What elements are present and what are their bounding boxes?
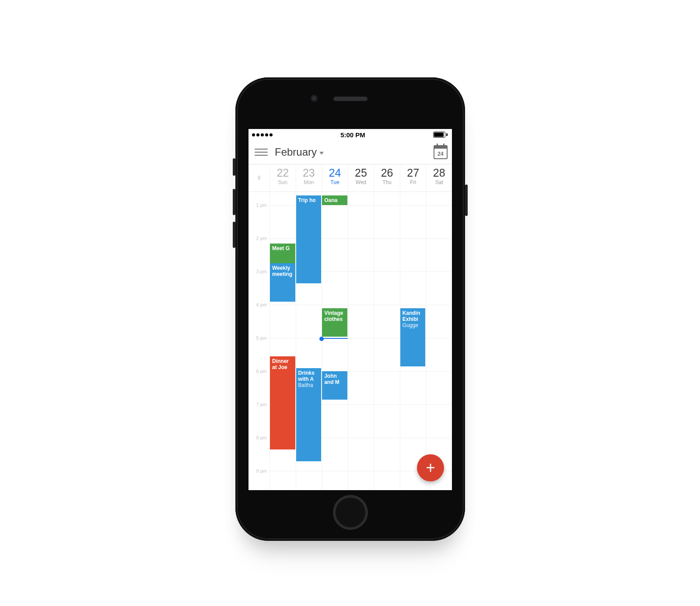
hour-label: 9 pm: [256, 468, 267, 474]
day-of-week: Fri: [400, 179, 426, 185]
month-picker[interactable]: February: [275, 146, 324, 158]
day-of-week: Mon: [296, 179, 322, 185]
week-grid[interactable]: 1 pm2 pm3 pm4 pm5 pm6 pm7 pm8 pm9 pm Mee…: [248, 192, 452, 490]
today-icon-date: 24: [438, 150, 443, 158]
screen: 5:00 PM February 24 9: [248, 129, 452, 490]
hour-label: 8 pm: [256, 435, 267, 440]
calendar-event[interactable]: John and M: [322, 371, 347, 400]
day-of-week: Sat: [426, 179, 452, 185]
day-header-mon[interactable]: 23Mon: [296, 164, 322, 192]
speaker-grill: [333, 97, 368, 101]
calendar-event[interactable]: Kandin ExhibiGugge: [400, 308, 426, 366]
hour-label: 5 pm: [256, 335, 267, 341]
calendar-event[interactable]: Weekly meeting: [270, 263, 295, 301]
event-title: Kandin Exhibi: [402, 310, 420, 322]
current-time-indicator: [322, 338, 348, 339]
day-number: 22: [270, 167, 296, 178]
ios-status-bar: 5:00 PM: [248, 129, 452, 140]
grid-columns: Meet GWeekly meetingDinner at JoeTrip ho…: [270, 192, 452, 490]
event-location: Baltha: [298, 382, 313, 388]
day-of-week: Thu: [374, 179, 400, 185]
event-title: Weekly meeting: [272, 265, 292, 277]
power-button[interactable]: [465, 185, 468, 216]
stage: 5:00 PM February 24 9: [0, 0, 700, 606]
event-title: Trip ho: [298, 197, 316, 203]
day-of-week: Wed: [348, 179, 374, 185]
day-header-fri[interactable]: 27Fri: [400, 164, 426, 192]
week-number-badge: 9: [248, 164, 270, 192]
event-title: Oana: [324, 197, 337, 203]
day-number: 28: [426, 167, 452, 178]
event-title: Vintage clothes: [324, 310, 343, 322]
day-number: 25: [348, 167, 374, 178]
day-number: 23: [296, 167, 322, 178]
day-column[interactable]: [374, 192, 400, 490]
battery-icon: [433, 132, 448, 138]
day-number: 24: [322, 167, 348, 178]
hour-label: 3 pm: [256, 269, 267, 274]
calendar-event[interactable]: Oana: [322, 195, 347, 205]
day-header-thu[interactable]: 26Thu: [374, 164, 400, 192]
calendar-event[interactable]: Drinks with ABaltha: [296, 368, 322, 461]
hour-label: 2 pm: [256, 236, 267, 241]
week-day-header: 9 22Sun23Mon24Tue25Wed26Thu27Fri28Sat: [248, 164, 452, 192]
calendar-event[interactable]: Dinner at Joe: [270, 356, 295, 449]
event-title: Meet G: [272, 245, 290, 251]
hour-label: 6 pm: [256, 369, 267, 374]
signal-strength-icon: [252, 133, 273, 136]
app-header: February 24: [248, 140, 452, 164]
day-header-sun[interactable]: 22Sun: [270, 164, 296, 192]
month-label: February: [275, 146, 317, 158]
status-time: 5:00 PM: [340, 131, 365, 139]
day-column[interactable]: [426, 192, 452, 490]
day-number: 27: [400, 167, 426, 178]
volume-down-button[interactable]: [233, 222, 235, 248]
event-title: Dinner at Joe: [272, 358, 289, 370]
volume-up-button[interactable]: [233, 189, 235, 215]
day-column[interactable]: [322, 192, 348, 490]
add-event-fab[interactable]: +: [417, 454, 444, 481]
day-of-week: Tue: [322, 179, 348, 185]
mute-switch[interactable]: [233, 158, 235, 176]
day-header-tue[interactable]: 24Tue: [322, 164, 348, 192]
day-column[interactable]: [348, 192, 374, 490]
calendar-event[interactable]: Trip ho: [296, 195, 322, 283]
front-camera: [311, 95, 318, 102]
home-button[interactable]: [333, 495, 368, 530]
menu-button[interactable]: [253, 146, 270, 159]
event-location: Gugge: [402, 322, 418, 328]
hour-label: 7 pm: [256, 402, 267, 407]
day-header-wed[interactable]: 25Wed: [348, 164, 374, 192]
plus-icon: +: [426, 459, 435, 477]
time-gutter: 1 pm2 pm3 pm4 pm5 pm6 pm7 pm8 pm9 pm: [248, 192, 270, 490]
day-of-week: Sun: [270, 179, 296, 185]
day-number: 26: [374, 167, 400, 178]
chevron-down-icon: [319, 152, 324, 155]
event-title: John and M: [324, 373, 340, 385]
phone-frame: 5:00 PM February 24 9: [235, 77, 465, 541]
calendar-event[interactable]: Vintage clothes: [322, 308, 347, 337]
hour-label: 1 pm: [256, 202, 267, 208]
day-header-sat[interactable]: 28Sat: [426, 164, 452, 192]
today-button[interactable]: 24: [434, 145, 448, 159]
event-title: Drinks with A: [298, 370, 315, 382]
hour-label: 4 pm: [256, 302, 267, 307]
